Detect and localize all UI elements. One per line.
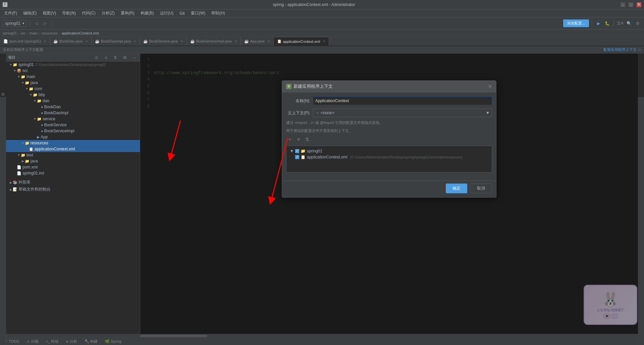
tree-pom[interactable]: 📄 pom.xml	[6, 164, 140, 170]
tree-appcontext-xml[interactable]: 📋 applicationContext.xml	[6, 146, 140, 152]
sync-button[interactable]: ⊙	[93, 54, 100, 61]
dialog-tree-root-checkbox[interactable]: ✓	[295, 149, 299, 153]
tree-scratch-files[interactable]: ▶ 📝 草稿文件和控制台	[6, 186, 140, 193]
tree-dao[interactable]: ▼ 📁 dao	[6, 98, 140, 104]
tab-appcontext-icon: 📋	[277, 39, 282, 44]
menu-item-file[interactable]: 文件(F)	[1, 10, 20, 17]
tree-bookserviceimpl[interactable]: ● BookServiceImpl	[6, 128, 140, 134]
dialog-tree-root[interactable]: ▼ ✓ 📁 spring01	[288, 148, 490, 154]
tree-bookdao[interactable]: ● BookDao	[6, 104, 140, 110]
menu-item-refactor[interactable]: 重构(R)	[118, 10, 137, 17]
tab-bookservice-close[interactable]: ✕	[180, 40, 183, 43]
run-button[interactable]: ▶	[595, 20, 602, 27]
tree-app[interactable]: ▶ App	[6, 134, 140, 140]
close-button[interactable]: ✕	[637, 2, 641, 7]
dialog-tree-file-checkbox[interactable]: ✓	[295, 155, 299, 159]
menu-item-edit[interactable]: 编辑(E)	[20, 10, 39, 17]
tab-bookdao-close[interactable]: ✕	[85, 40, 88, 43]
settings-button[interactable]: ⚙	[634, 20, 641, 27]
configure-app-context-button[interactable]: 配置应用程序上下文 ☆	[603, 47, 641, 52]
add-config-button[interactable]: 添加配置...	[563, 19, 589, 27]
tab-bookserviceimpl[interactable]: ☕ BookServiceImpl.java ✕	[187, 37, 241, 46]
horizontal-scrollbar[interactable]	[0, 334, 644, 338]
menu-item-window[interactable]: 窗口(W)	[188, 10, 208, 17]
menu-item-run[interactable]: 运行(U)	[157, 10, 176, 17]
bottom-tab-spring[interactable]: 🌿 Spring	[102, 339, 125, 344]
debug-button[interactable]: 🐛	[603, 20, 611, 27]
tab-appcontext-label: applicationContext.xml	[283, 40, 320, 44]
sort-sidebar-button[interactable]: ⇅	[112, 54, 119, 61]
sidebar-settings-button[interactable]: ⚙	[121, 54, 128, 61]
minimize-button[interactable]: –	[621, 2, 625, 7]
tree-test-java[interactable]: ▶ 📁 java	[6, 158, 140, 164]
breadcrumb-item-2[interactable]: main	[30, 31, 38, 35]
tree-label-bookservice: BookService	[44, 123, 67, 127]
spring-icon: 🌿	[105, 339, 110, 343]
tree-external-libs[interactable]: ▶ 📚 外部库	[6, 179, 140, 186]
dialog-parent-select[interactable]: → <none> ▼	[313, 109, 492, 117]
dialog-close-button[interactable]: ✕	[488, 84, 492, 89]
search-button[interactable]: 🔍	[625, 20, 633, 27]
tree-test[interactable]: ▼ 📁 test	[6, 152, 140, 158]
breadcrumb-item-1[interactable]: src	[21, 31, 26, 35]
breadcrumb-item-3[interactable]: resources	[42, 31, 58, 35]
dialog-ok-button[interactable]: 确定	[446, 184, 467, 193]
maximize-button[interactable]: □	[629, 2, 633, 7]
back-button[interactable]: ◁	[33, 20, 40, 27]
title-bar-left: 🅿	[3, 2, 7, 7]
menu-item-code[interactable]: 代码(C)	[79, 10, 98, 17]
tree-src[interactable]: ▼ 📦 src	[6, 68, 140, 74]
tree-path-spring01: C:\Users\Administrator\Desktop\spring\sp…	[35, 63, 106, 67]
dialog-align-button[interactable]: ≡	[295, 136, 302, 143]
tree-main[interactable]: ▼ 📁 main	[6, 74, 140, 80]
dialog-title-icon: ⚙	[286, 84, 291, 89]
tree-spring01[interactable]: ▼ 📁 spring01 C:\Users\Administrator\Desk…	[6, 62, 140, 68]
editor-area[interactable]: 1 2 3 http://www.springframework.org/sch…	[140, 54, 638, 334]
tab-bookserviceimpl-close[interactable]: ✕	[234, 40, 237, 43]
menu-item-build[interactable]: 构建(B)	[138, 10, 157, 17]
tab-bookdaoimpl-close[interactable]: ✕	[133, 40, 136, 43]
dialog-cancel-button[interactable]: 取消	[470, 184, 492, 193]
forward-button[interactable]: ▷	[42, 20, 49, 27]
tree-java[interactable]: ▼ 📁 java	[6, 80, 140, 86]
breadcrumb-item-4[interactable]: applicationContext.xml	[62, 31, 99, 35]
project-selector[interactable]: spring01 ▼	[3, 20, 27, 27]
left-side-panel: 项目	[0, 97, 6, 345]
tree-bookdaoimpl[interactable]: ● BookDaoImpl	[6, 110, 140, 116]
tab-bookservice[interactable]: ☕ BookService.java ✕	[140, 37, 187, 46]
tree-bby[interactable]: ▼ 📁 bby	[6, 92, 140, 98]
app-java-icon: ▶	[37, 135, 40, 139]
menu-item-analyze[interactable]: 分析(Z)	[99, 10, 117, 17]
breadcrumb-item-0[interactable]: spring01	[3, 31, 17, 35]
dialog-tree-file[interactable]: ✓ 📋 applicationContext.xml (C:/Users/Adm…	[288, 154, 490, 160]
menu-item-navigate[interactable]: 导航(N)	[59, 10, 78, 17]
menu-item-view[interactable]: 视图(V)	[40, 10, 59, 17]
tab-appcontext-close[interactable]: ✕	[323, 40, 325, 43]
collapse-button[interactable]: ≡	[102, 54, 110, 61]
tab-bookdao[interactable]: ☕ BookDao.java ✕	[50, 37, 92, 46]
tree-service[interactable]: ▼ 📁 service	[6, 116, 140, 122]
bottom-tab-build[interactable]: 🔨 构建	[81, 338, 101, 345]
dialog-add-file-button[interactable]: +	[286, 136, 293, 143]
dialog-name-input[interactable]	[313, 96, 492, 105]
tree-label-bby: bby	[39, 92, 45, 97]
tree-com[interactable]: ▼ 📁 com	[6, 86, 140, 92]
tab-pom[interactable]: 📄 pom.xml (spring01) ✕	[0, 37, 50, 46]
bottom-tab-analysis[interactable]: ⊕ 分析	[62, 338, 80, 345]
bottom-tab-issues[interactable]: ⚠ 问题	[23, 338, 42, 345]
dialog-sort-button[interactable]: ⇅	[304, 136, 311, 143]
tree-resources[interactable]: ▼ 📁 resources	[6, 140, 140, 146]
tab-pom-close[interactable]: ✕	[44, 40, 46, 43]
tree-iml[interactable]: 📄 spring01.iml	[6, 170, 140, 176]
sidebar-hide-button[interactable]: –	[130, 54, 138, 61]
menu-item-help[interactable]: 帮助(H)	[209, 10, 228, 17]
tree-bookservice[interactable]: ● BookService	[6, 122, 140, 128]
translate-button[interactable]: 文A	[616, 20, 624, 27]
dialog-parent-row: 父上下文(P): → <none> ▼	[286, 109, 492, 117]
tab-app[interactable]: ☕ App.java ✕	[241, 37, 274, 46]
bottom-tab-terminal[interactable]: >_ 终端	[43, 338, 62, 345]
tab-bookdaoimpl[interactable]: ☕ BookDaoImpl.java ✕	[92, 37, 140, 46]
menu-item-git[interactable]: Git	[177, 10, 187, 16]
tab-appcontext[interactable]: 📋 applicationContext.xml ✕	[274, 37, 329, 46]
tab-app-close[interactable]: ✕	[267, 40, 270, 43]
